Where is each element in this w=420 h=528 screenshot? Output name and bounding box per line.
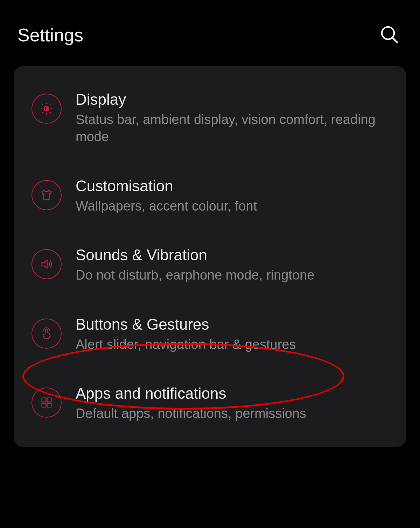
setting-item-customisation[interactable]: Customisation Wallpapers, accent colour,… [28,170,392,222]
svg-rect-12 [47,398,51,402]
page-title: Settings [18,25,83,46]
icon-circle [31,94,62,124]
setting-text: Apps and notifications Default apps, not… [76,385,388,422]
apps-icon [40,396,54,410]
setting-title: Apps and notifications [76,385,388,402]
brightness-icon [40,102,54,116]
shirt-icon [40,188,54,202]
setting-subtitle: Status bar, ambient display, vision comf… [76,111,388,146]
header: Settings [0,0,420,66]
setting-subtitle: Wallpapers, accent colour, font [76,198,388,215]
settings-panel: Display Status bar, ambient display, vis… [14,66,406,447]
svg-rect-14 [47,403,51,407]
setting-text: Display Status bar, ambient display, vis… [76,91,388,146]
icon-circle [31,249,62,279]
svg-line-10 [50,104,51,105]
touch-icon [40,327,54,341]
setting-item-apps[interactable]: Apps and notifications Default apps, not… [28,378,392,429]
setting-title: Display [76,91,388,108]
svg-rect-13 [42,403,46,407]
setting-text: Buttons & Gestures Alert slider, navigat… [76,316,388,353]
svg-line-8 [50,112,51,113]
setting-title: Sounds & Vibration [76,246,388,264]
svg-line-7 [42,104,43,105]
setting-item-display[interactable]: Display Status bar, ambient display, vis… [28,84,392,153]
setting-title: Customisation [76,177,388,195]
setting-text: Customisation Wallpapers, accent colour,… [76,177,388,215]
setting-subtitle: Alert slider, navigation bar & gestures [76,336,388,353]
icon-circle [31,388,62,418]
icon-circle [31,318,62,349]
setting-title: Buttons & Gestures [76,316,388,333]
svg-line-9 [42,112,43,113]
setting-subtitle: Default apps, notifications, permissions [76,405,388,422]
setting-subtitle: Do not disturb, earphone mode, ringtone [76,267,388,284]
search-button[interactable] [376,21,402,49]
svg-rect-11 [42,398,46,402]
setting-item-buttons[interactable]: Buttons & Gestures Alert slider, navigat… [28,309,392,360]
speaker-icon [40,257,54,271]
svg-line-1 [392,37,397,42]
setting-text: Sounds & Vibration Do not disturb, earph… [76,246,388,284]
icon-circle [31,180,62,210]
search-icon [379,25,399,44]
setting-item-sounds[interactable]: Sounds & Vibration Do not disturb, earph… [28,239,392,291]
